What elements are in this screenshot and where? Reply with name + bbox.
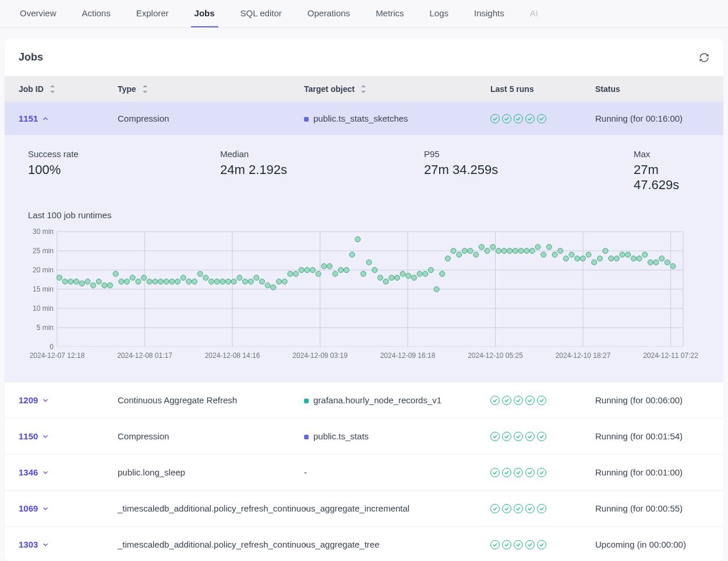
job-status: Upcoming (in 00:00:00) [595,539,709,549]
svg-point-107 [569,252,574,257]
job-id-link[interactable]: 1069 [19,503,118,513]
svg-point-83 [434,287,439,292]
svg-point-87 [457,252,462,257]
svg-point-121 [648,260,653,265]
check-icon [502,114,511,123]
svg-point-72 [372,268,377,273]
check-icon [490,114,500,123]
svg-point-55 [276,279,281,284]
tab-operations[interactable]: Operations [304,0,354,27]
job-status: Running (for 00:06:00) [595,395,709,405]
table-row-selected[interactable]: 1151 Compression public.ts_stats_sketche… [5,102,723,135]
table-row[interactable]: 1209 Continuous Aggregate Refresh grafan… [5,382,723,418]
svg-point-108 [575,256,580,261]
svg-point-35 [164,279,169,284]
check-icon [514,540,523,549]
tab-jobs[interactable]: Jobs [191,0,218,27]
chevron-up-icon [41,115,50,123]
refresh-icon[interactable] [699,52,709,63]
tab-explorer[interactable]: Explorer [133,0,172,27]
svg-point-22 [90,283,96,288]
svg-point-40 [192,279,197,284]
svg-point-44 [214,279,220,284]
svg-point-38 [181,275,186,280]
y-tick-label: 25 min [28,247,54,255]
job-id-link[interactable]: 1346 [19,467,118,477]
chevron-down-icon [41,505,50,513]
svg-point-46 [225,279,231,284]
svg-point-100 [529,248,535,254]
svg-point-122 [653,260,659,265]
job-target: public.ts_stats [304,431,490,441]
scatter-chart [28,230,686,347]
check-icon [525,114,535,123]
svg-point-32 [147,279,152,284]
col-job-id[interactable]: Job ID [19,84,118,94]
check-icon [490,540,500,549]
check-icon [525,432,535,441]
col-status: Status [595,84,709,94]
y-tick-label: 10 min [28,304,54,313]
x-tick-label: 2024-12-10 18:27 [556,351,611,360]
check-icon [502,432,511,441]
chevron-down-icon [41,468,50,477]
svg-point-60 [305,268,310,273]
y-tick-label: 5 min [28,324,54,332]
y-tick-label: 0 [28,343,54,351]
svg-point-120 [642,252,648,257]
svg-point-70 [361,271,366,276]
svg-point-71 [366,260,372,265]
check-icon [537,468,546,477]
tab-metrics[interactable]: Metrics [372,0,407,27]
tab-logs[interactable]: Logs [426,0,452,27]
y-tick-label: 20 min [28,266,54,274]
svg-point-39 [186,279,192,284]
x-tick-label: 2024-12-10 05:25 [468,351,523,360]
svg-point-104 [552,252,557,257]
svg-point-52 [259,279,264,284]
job-status: Running (for 00:00:55) [595,503,709,513]
svg-point-43 [208,279,214,284]
job-target: - [304,539,490,549]
svg-point-105 [558,248,563,254]
tab-actions[interactable]: Actions [79,0,114,27]
svg-point-114 [609,256,614,261]
table-row[interactable]: 1303 _timescaledb_additional.policy_refr… [5,526,723,561]
job-type: Compression [118,430,292,442]
svg-point-61 [310,268,315,273]
last-5-runs [490,114,595,123]
job-id-link[interactable]: 1150 [19,431,118,441]
svg-point-82 [428,268,433,273]
stat-p95: P95 27m 34.259s [424,149,634,193]
last-5-runs [490,468,595,477]
svg-point-94 [496,248,501,254]
x-tick-label: 2024-12-08 01:17 [117,351,172,360]
job-id-link[interactable]: 1303 [19,539,118,549]
target-color-dot [304,435,309,439]
svg-point-36 [169,279,175,284]
svg-point-62 [316,271,321,276]
target-color-dot [304,117,309,122]
check-icon [525,396,535,405]
stat-max: Max 27m 47.629s [634,149,700,193]
col-target[interactable]: Target object [304,84,490,94]
svg-point-123 [659,256,665,261]
svg-point-31 [141,275,146,280]
table-row[interactable]: 1069 _timescaledb_additional.policy_refr… [5,490,723,526]
tab-ai: AI [526,0,542,27]
tab-overview[interactable]: Overview [16,0,60,27]
table-row[interactable]: 1150 Compression public.ts_stats Running… [5,418,723,454]
svg-point-50 [248,279,253,284]
svg-point-65 [333,271,338,276]
x-tick-label: 2024-12-07 12:18 [30,351,85,360]
stat-median: Median 24m 2.192s [220,149,424,193]
table-row[interactable]: 1346 public.long_sleep - Running (for 00… [5,454,723,490]
chevron-down-icon [41,432,50,441]
job-id-link[interactable]: 1209 [19,395,118,405]
tab-sql-editor[interactable]: SQL editor [237,0,285,27]
col-type[interactable]: Type [118,84,304,94]
tab-insights[interactable]: Insights [471,0,508,27]
job-type: Continuous Aggregate Refresh [118,394,292,406]
job-id-link[interactable]: 1151 [19,113,118,123]
check-icon [537,432,546,441]
